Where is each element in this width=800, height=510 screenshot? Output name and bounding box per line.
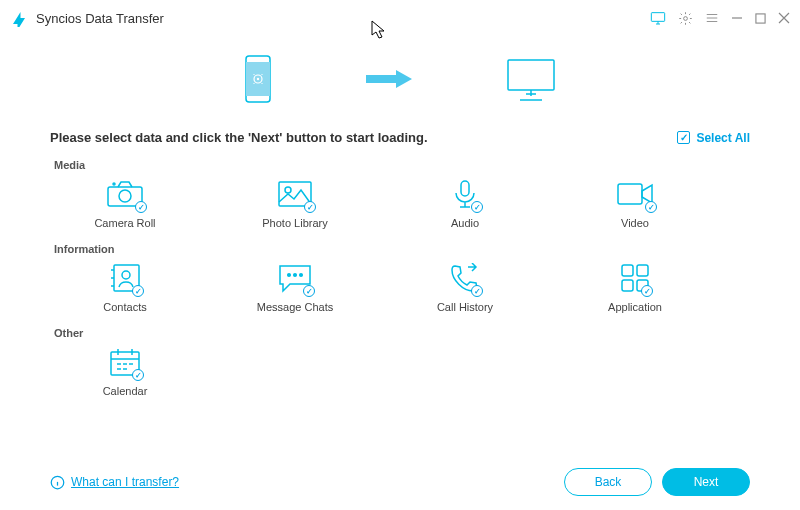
item-label: Application — [608, 301, 662, 313]
target-computer-icon — [504, 56, 558, 102]
svg-rect-23 — [622, 280, 633, 291]
svg-point-10 — [119, 190, 131, 202]
minimize-icon[interactable] — [731, 11, 743, 26]
svg-point-19 — [294, 274, 297, 277]
app-title: Syncios Data Transfer — [36, 11, 650, 26]
item-call-history[interactable]: Call History — [380, 261, 550, 313]
settings-icon[interactable] — [678, 11, 693, 26]
transfer-direction-illustration — [0, 36, 800, 122]
item-audio[interactable]: Audio — [380, 177, 550, 229]
item-label: Contacts — [103, 301, 146, 313]
close-icon[interactable] — [778, 11, 790, 26]
info-icon — [50, 475, 65, 490]
svg-rect-21 — [622, 265, 633, 276]
next-button[interactable]: Next — [662, 468, 750, 496]
section-info-title: Information — [0, 229, 800, 261]
device-icon[interactable] — [650, 11, 666, 26]
section-other-title: Other — [0, 313, 800, 345]
item-photo-library[interactable]: Photo Library — [210, 177, 380, 229]
item-label: Video — [621, 217, 649, 229]
item-label: Photo Library — [262, 217, 327, 229]
select-all-checkbox-icon: ✓ — [677, 131, 690, 144]
svg-point-1 — [684, 16, 688, 20]
item-label: Calendar — [103, 385, 148, 397]
select-all-label: Select All — [696, 131, 750, 145]
footer-bar: What can I transfer? Back Next — [0, 454, 800, 510]
arrow-right-icon — [364, 64, 414, 94]
svg-point-11 — [113, 183, 115, 185]
svg-rect-8 — [508, 60, 554, 90]
svg-rect-22 — [637, 265, 648, 276]
item-application[interactable]: Application — [550, 261, 720, 313]
item-video[interactable]: Video — [550, 177, 720, 229]
item-label: Audio — [451, 217, 479, 229]
svg-rect-7 — [366, 75, 396, 83]
svg-point-6 — [257, 78, 259, 80]
svg-point-20 — [300, 274, 303, 277]
svg-rect-15 — [618, 184, 642, 204]
menu-icon[interactable] — [705, 11, 719, 26]
svg-point-17 — [122, 271, 130, 279]
title-bar: Syncios Data Transfer — [0, 0, 800, 36]
source-phone-icon — [242, 54, 274, 104]
item-calendar[interactable]: Calendar — [40, 345, 210, 397]
item-label: Message Chats — [257, 301, 333, 313]
instruction-row: Please select data and click the 'Next' … — [0, 122, 800, 145]
back-button[interactable]: Back — [564, 468, 652, 496]
help-link[interactable]: What can I transfer? — [50, 475, 179, 490]
item-message-chats[interactable]: Message Chats — [210, 261, 380, 313]
item-contacts[interactable]: Contacts — [40, 261, 210, 313]
app-logo-icon — [10, 9, 28, 27]
svg-rect-0 — [651, 13, 664, 22]
item-camera-roll[interactable]: Camera Roll — [40, 177, 210, 229]
select-all-toggle[interactable]: ✓ Select All — [677, 131, 750, 145]
section-media-title: Media — [0, 145, 800, 177]
svg-point-18 — [288, 274, 291, 277]
maximize-icon[interactable] — [755, 11, 766, 26]
item-label: Camera Roll — [94, 217, 155, 229]
svg-point-13 — [285, 187, 291, 193]
help-link-label: What can I transfer? — [71, 475, 179, 489]
item-label: Call History — [437, 301, 493, 313]
svg-rect-14 — [461, 181, 469, 196]
instruction-text: Please select data and click the 'Next' … — [50, 130, 677, 145]
svg-rect-2 — [756, 13, 765, 22]
